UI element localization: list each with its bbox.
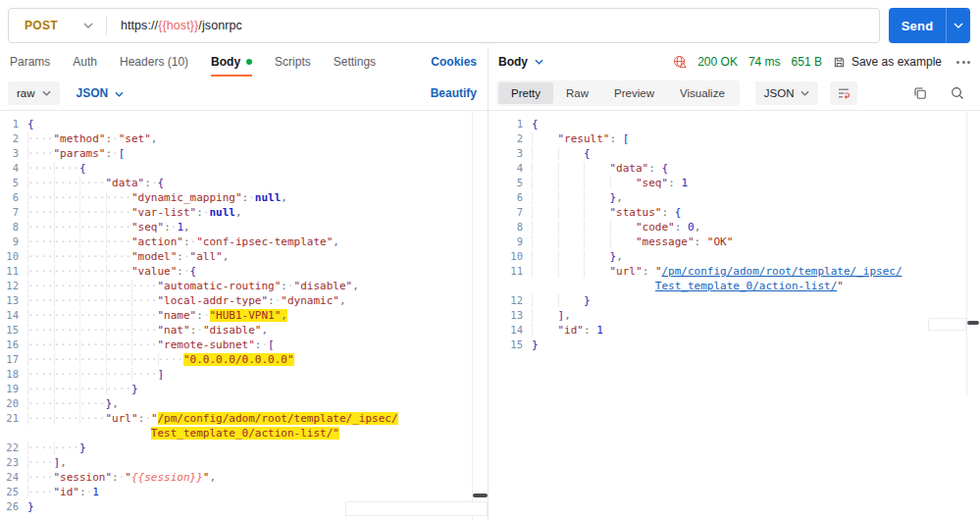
line-number: 9 [489,234,532,249]
body-format-selector[interactable]: raw [8,81,60,105]
send-button-label[interactable]: Send [889,8,946,43]
response-size[interactable]: 651 B [792,55,822,69]
response-language-label: JSON [764,87,795,99]
code-text: ················"model":·"all", [27,249,229,264]
line-number: 11 [489,264,532,279]
line-number: 2 [0,131,27,146]
divider [106,16,107,35]
line-number: 18 [0,367,27,382]
line-number: 3 [489,146,532,161]
tab-body[interactable]: Body [211,47,252,77]
code-line: 5············"data":·{ [0,176,488,190]
code-text: "status": { [532,205,681,220]
code-text: ····"session":·"{{session}}", [27,470,216,485]
code-text: }, [532,190,623,205]
response-body-viewer[interactable]: 1{2 "result": [3 {4 "data": {5 "seq": 16… [489,111,980,520]
line-number: 7 [489,205,532,220]
code-line: 7 "status": { [489,205,980,220]
chevron-down-icon [800,90,809,96]
scrollbar-thumb[interactable] [473,494,488,497]
line-number [489,279,532,293]
editor-scroll-track [472,111,473,520]
url-input[interactable]: https://{{host}}/jsonrpc [121,19,242,32]
line-number: 17 [0,352,27,367]
request-body-editor[interactable]: 1{2····"method":·"set",3····"params":·[4… [0,111,488,520]
tab-scripts[interactable]: Scripts [275,47,311,77]
line-number [0,426,27,441]
view-pretty[interactable]: Pretty [498,82,553,104]
send-button[interactable]: Send [889,8,970,43]
chevron-down-icon [42,90,51,96]
line-number: 6 [0,190,27,205]
copy-icon[interactable] [913,86,927,100]
code-line: 15} [489,338,980,352]
response-tool-icons [913,86,964,100]
code-text: "seq": 1 [532,176,688,190]
tab-params[interactable]: Params [10,47,50,77]
code-text: "code": 0, [532,220,700,234]
code-line: 17························"0.0.0.0/0.0.0… [0,352,488,367]
line-number: 5 [0,176,27,190]
view-preview[interactable]: Preview [601,82,667,104]
view-raw[interactable]: Raw [553,82,601,104]
code-text: ····················"remote-subnet":·[ [27,338,275,352]
code-line: Test_template_0/action-list/" [0,426,488,441]
viewer-scroll-track [966,111,967,395]
code-line: 24····"session":·"{{session}}", [0,470,488,485]
code-text: ········} [27,441,86,455]
code-text: ····················"local-addr-type":·"… [27,293,346,308]
cookies-link[interactable]: Cookies [431,47,477,77]
response-language-selector[interactable]: JSON [755,81,819,105]
send-options-chevron[interactable] [946,8,970,43]
response-meta: 200 OK 74 ms 651 B Save as example [673,47,974,77]
tab-headers[interactable]: Headers (10) [120,47,188,77]
code-line: 6 }, [489,190,980,205]
language-selector[interactable]: JSON [77,86,125,100]
beautify-button[interactable]: Beautify [431,86,477,100]
code-text: ····"method":·"set", [27,131,157,146]
wrap-text-icon[interactable] [830,81,857,105]
scrollbar-thumb[interactable] [967,321,979,325]
save-icon [833,56,846,69]
code-text: ····················] [27,367,164,382]
body-modified-dot [246,59,252,65]
horizontal-scrollbar[interactable] [345,501,488,516]
code-text: } [532,293,591,308]
tab-settings[interactable]: Settings [334,47,376,77]
code-line: 10 }, [489,249,980,264]
code-line: 10················"model":·"all", [0,249,488,264]
view-visualize[interactable]: Visualize [667,82,738,104]
chevron-down-icon[interactable] [83,23,93,28]
line-number: 8 [489,220,532,234]
line-number: 9 [0,234,27,249]
save-as-example-label: Save as example [851,55,942,69]
code-line: 15····················"nat":·"disable", [0,323,488,338]
method-selector[interactable]: POST [9,19,58,32]
tab-auth[interactable]: Auth [73,47,97,77]
line-number: 7 [0,205,27,220]
search-icon[interactable] [951,86,964,100]
request-tabs: Params Auth Headers (10) Body Scripts Se… [0,47,488,77]
code-line: 16····················"remote-subnet":·[ [0,338,488,352]
response-body-selector[interactable]: Body [498,55,543,69]
more-options-icon[interactable] [953,61,974,64]
line-number: 4 [0,161,27,176]
globe-warning-icon[interactable] [673,55,687,69]
horizontal-scrollbar[interactable] [928,318,966,331]
code-text: { [27,117,34,131]
status-badge[interactable]: 200 OK [697,55,738,69]
code-line: 9 "message": "OK" [489,234,980,249]
chevron-down-icon [115,86,124,100]
line-number: 13 [0,293,27,308]
code-text: ············}, [27,396,119,411]
code-text: "url": "/pm/config/adom/root/template/_i… [532,264,903,279]
code-text: ····················"name":·"HUB1-VPN1", [27,308,287,323]
line-number: 24 [0,470,27,485]
code-line: Test_template_0/action-list/" [489,279,980,293]
line-number: 11 [0,264,27,279]
code-line: 8················"seq":·1, [0,220,488,234]
code-text: "data": { [532,161,668,176]
response-time[interactable]: 74 ms [748,55,781,69]
save-as-example-button[interactable]: Save as example [833,55,942,69]
code-line: 4 "data": { [489,161,980,176]
